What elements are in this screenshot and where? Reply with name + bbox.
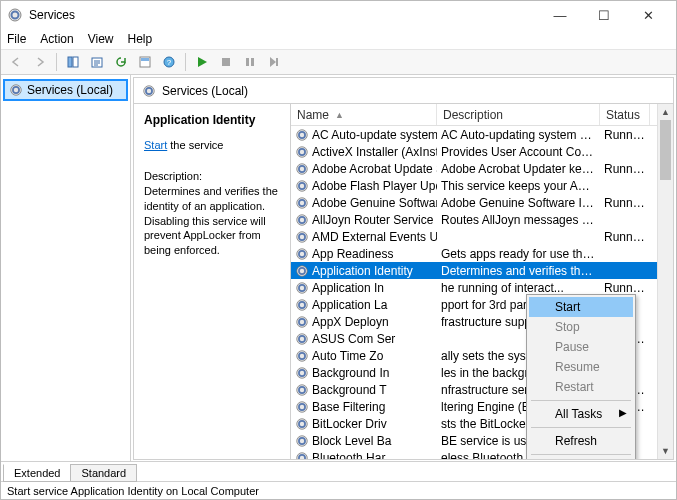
service-icon <box>295 128 309 142</box>
service-icon <box>295 315 309 329</box>
service-name: BitLocker Driv <box>312 417 387 431</box>
maximize-button[interactable]: ☐ <box>582 1 626 29</box>
service-icon <box>295 196 309 210</box>
pause-service-button[interactable] <box>239 51 261 73</box>
show-hide-tree-button[interactable] <box>62 51 84 73</box>
service-status: Running <box>600 128 650 142</box>
tree-pane: Services (Local) <box>1 75 131 462</box>
description-label: Description: <box>144 169 280 184</box>
service-desc: Provides User Account Control v... <box>437 145 600 159</box>
service-row[interactable]: Application IdentityDetermines and verif… <box>291 262 673 279</box>
context-menu: Start Stop Pause Resume Restart All Task… <box>526 294 636 459</box>
sort-asc-icon: ▲ <box>335 110 344 120</box>
service-icon <box>295 298 309 312</box>
app-icon <box>7 7 23 23</box>
services-icon <box>9 83 23 97</box>
service-row[interactable]: Adobe Flash Player Update ...This servic… <box>291 177 673 194</box>
service-desc: Adobe Acrobat Updater keeps yo... <box>437 162 600 176</box>
service-row[interactable]: AllJoyn Router ServiceRoutes AllJoyn mes… <box>291 211 673 228</box>
service-name: ActiveX Installer (AxInstSV) <box>312 145 437 159</box>
service-icon <box>295 417 309 431</box>
description-pane: Application Identity Start the service D… <box>134 104 290 459</box>
tab-bar: Extended Standard <box>1 461 676 481</box>
svg-text:?: ? <box>167 58 172 67</box>
column-description[interactable]: Description <box>437 104 600 125</box>
service-icon <box>295 247 309 261</box>
services-window: Services — ☐ ✕ File Action View Help ? <box>0 0 677 500</box>
service-name: Bluetooth Har <box>312 451 385 460</box>
close-button[interactable]: ✕ <box>626 1 670 29</box>
service-desc: Routes AllJoyn messages for the l... <box>437 213 600 227</box>
context-all-tasks[interactable]: All Tasks▶ <box>529 404 633 424</box>
context-resume: Resume <box>529 357 633 377</box>
service-name: Auto Time Zo <box>312 349 383 363</box>
service-desc: AC Auto-updating system and st... <box>437 128 600 142</box>
vertical-scrollbar[interactable]: ▲ ▼ <box>657 104 673 459</box>
context-refresh[interactable]: Refresh <box>529 431 633 451</box>
restart-service-button[interactable] <box>263 51 285 73</box>
context-properties[interactable]: Properties <box>529 458 633 459</box>
service-name: AC Auto-update system <box>312 128 437 142</box>
service-row[interactable]: ActiveX Installer (AxInstSV)Provides Use… <box>291 143 673 160</box>
service-row[interactable]: Adobe Genuine Software In...Adobe Genuin… <box>291 194 673 211</box>
status-bar: Start service Application Identity on Lo… <box>1 481 676 499</box>
menu-action[interactable]: Action <box>40 32 73 46</box>
service-icon <box>295 400 309 414</box>
column-name[interactable]: Name▲ <box>291 104 437 125</box>
stop-service-button[interactable] <box>215 51 237 73</box>
service-name: Application Identity <box>312 264 413 278</box>
minimize-button[interactable]: — <box>538 1 582 29</box>
forward-button[interactable] <box>29 51 51 73</box>
services-icon <box>142 84 156 98</box>
menu-file[interactable]: File <box>7 32 26 46</box>
service-icon <box>295 145 309 159</box>
refresh-button[interactable] <box>110 51 132 73</box>
start-link[interactable]: Start <box>144 139 167 151</box>
menu-view[interactable]: View <box>88 32 114 46</box>
svg-rect-2 <box>73 57 78 67</box>
export-list-button[interactable] <box>86 51 108 73</box>
service-icon <box>295 281 309 295</box>
service-name: App Readiness <box>312 247 393 261</box>
help-button[interactable]: ? <box>158 51 180 73</box>
service-status: Running <box>600 281 650 295</box>
column-status[interactable]: Status <box>600 104 650 125</box>
toolbar: ? <box>1 49 676 75</box>
service-name: Adobe Genuine Software In... <box>312 196 437 210</box>
service-desc: This service keeps your Adobe Fl... <box>437 179 600 193</box>
service-icon <box>295 451 309 460</box>
service-desc: he running of interact... <box>437 281 600 295</box>
service-icon <box>295 366 309 380</box>
context-stop: Stop <box>529 317 633 337</box>
service-row[interactable]: App ReadinessGets apps ready for use the… <box>291 245 673 262</box>
service-name: Background T <box>312 383 387 397</box>
menu-bar: File Action View Help <box>1 29 676 49</box>
title-bar: Services — ☐ ✕ <box>1 1 676 29</box>
tab-standard[interactable]: Standard <box>70 464 137 482</box>
service-name: Block Level Ba <box>312 434 391 448</box>
service-row[interactable]: AMD External Events UtilityRunning <box>291 228 673 245</box>
service-status: Running <box>600 162 650 176</box>
svg-rect-11 <box>276 58 278 66</box>
service-row[interactable]: Adobe Acrobat Update Serv...Adobe Acroba… <box>291 160 673 177</box>
service-name: Background In <box>312 366 389 380</box>
service-icon <box>295 264 309 278</box>
tab-extended[interactable]: Extended <box>3 464 71 482</box>
scroll-thumb[interactable] <box>660 120 671 180</box>
service-name: Base Filtering <box>312 400 385 414</box>
service-name: AMD External Events Utility <box>312 230 437 244</box>
service-row[interactable]: AC Auto-update systemAC Auto-updating sy… <box>291 126 673 143</box>
service-name: Adobe Flash Player Update ... <box>312 179 437 193</box>
tree-root-services-local[interactable]: Services (Local) <box>3 79 128 101</box>
context-start[interactable]: Start <box>529 297 633 317</box>
service-icon <box>295 213 309 227</box>
start-service-button[interactable] <box>191 51 213 73</box>
service-desc: Adobe Genuine Software Integrit... <box>437 196 600 210</box>
back-button[interactable] <box>5 51 27 73</box>
properties-button[interactable] <box>134 51 156 73</box>
scroll-down-button[interactable]: ▼ <box>658 443 673 459</box>
menu-help[interactable]: Help <box>128 32 153 46</box>
scroll-up-button[interactable]: ▲ <box>658 104 673 120</box>
description-text: Determines and verifies the identity of … <box>144 184 280 258</box>
list-header: Name▲ Description Status <box>291 104 673 126</box>
